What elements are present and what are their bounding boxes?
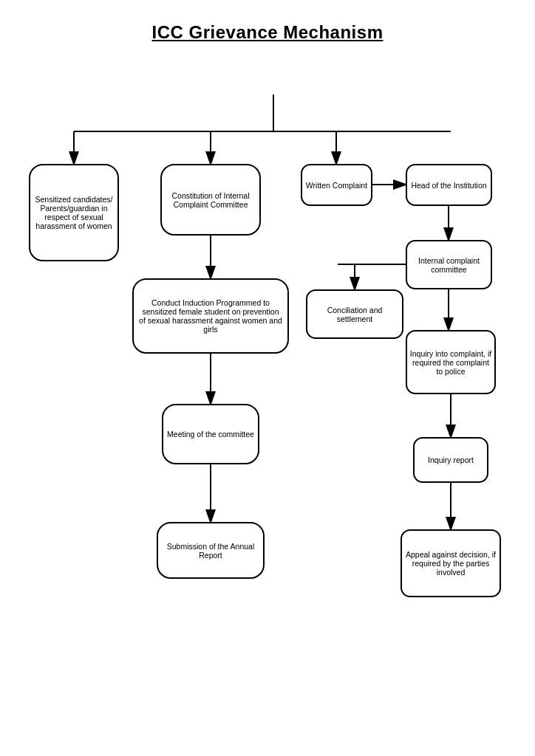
- appeal-node: Appeal against decision, if required by …: [401, 530, 500, 597]
- page: ICC Grievance Mechanism Sensitized candi…: [0, 0, 535, 756]
- submission-report-node: Submission of the Annual Report: [157, 523, 264, 578]
- sensitized-node: Sensitized candidates/ Parents/guardian …: [30, 165, 118, 261]
- internal-committee-node: Internal complaint committee: [406, 241, 491, 289]
- conciliation-node: Conciliation and settlement: [307, 290, 403, 338]
- inquiry-complaint-node: Inquiry into complaint, if required the …: [406, 331, 495, 394]
- page-title: ICC Grievance Mechanism: [15, 22, 520, 43]
- conduct-induction-node: Conduct Induction Programmed to sensitiz…: [133, 279, 288, 353]
- constitution-node: Constitution of Internal Complaint Commi…: [161, 165, 260, 235]
- head-institution-node: Head of the Institution: [406, 165, 491, 205]
- meeting-committee-node: Meeting of the committee: [163, 405, 259, 464]
- inquiry-report-node: Inquiry report: [414, 438, 488, 482]
- written-complaint-node: Written Complaint: [301, 165, 372, 205]
